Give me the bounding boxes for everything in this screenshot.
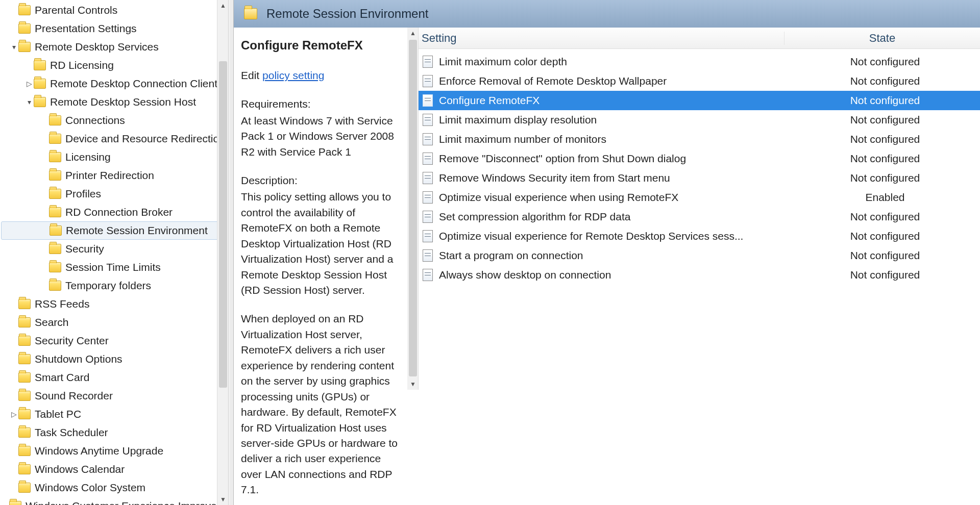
folder-icon — [49, 207, 61, 217]
scroll-down-icon[interactable]: ▼ — [407, 378, 419, 390]
expander-open-icon[interactable]: ▾ — [9, 43, 18, 51]
tree[interactable]: Parental ControlsPresentation Settings▾R… — [0, 0, 228, 505]
expander-open-icon[interactable]: ▾ — [24, 98, 34, 106]
setting-row[interactable]: Set compression algorithm for RDP dataNo… — [419, 207, 980, 226]
setting-name: Limit maximum number of monitors — [439, 133, 790, 145]
folder-icon — [18, 5, 31, 15]
tree-item[interactable]: ▷Tablet PC — [1, 405, 228, 423]
description-panel: Configure RemoteFX Edit policy setting R… — [234, 28, 407, 505]
tree-item[interactable]: Session Time Limits — [1, 258, 228, 276]
tree-item[interactable]: Windows Anytime Upgrade — [1, 442, 228, 460]
tree-item[interactable]: Smart Card — [1, 368, 228, 387]
policy-icon — [423, 211, 433, 223]
edit-policy-link[interactable]: policy setting — [262, 69, 324, 81]
setting-row[interactable]: Optimize visual experience for Remote De… — [419, 226, 980, 246]
folder-icon — [18, 299, 31, 309]
tree-item-label: RSS Feeds — [35, 298, 92, 310]
tree-item[interactable]: Security — [1, 240, 228, 258]
tree-scrollbar[interactable]: ▲ ▼ — [217, 0, 228, 505]
tree-item[interactable]: Profiles — [1, 185, 228, 203]
setting-row[interactable]: Enforce Removal of Remote Desktop Wallpa… — [419, 71, 980, 91]
tree-item-label: Remote Desktop Services — [35, 41, 162, 53]
list-headers[interactable]: Setting State — [407, 28, 980, 49]
folder-icon — [18, 42, 31, 52]
folder-icon — [49, 244, 61, 254]
edit-prefix: Edit — [241, 69, 262, 81]
setting-row[interactable]: Configure RemoteFXNot configured — [419, 91, 980, 110]
tree-item[interactable]: Device and Resource Redirection — [1, 130, 228, 148]
column-setting[interactable]: Setting — [422, 32, 784, 45]
tree-item-label: Security Center — [35, 335, 112, 347]
tree-item[interactable]: RSS Feeds — [1, 295, 228, 313]
setting-row[interactable]: Always show desktop on connectionNot con… — [419, 265, 980, 285]
tree-item[interactable]: Windows Calendar — [1, 460, 228, 478]
tree-item[interactable]: ▾Remote Desktop Services — [1, 38, 228, 56]
setting-state: Not configured — [790, 133, 980, 145]
setting-state: Not configured — [790, 249, 980, 262]
description-label: Description: — [241, 173, 400, 188]
settings-panel: Setting State ▲ ▼ Limit maximum color de… — [407, 28, 980, 505]
folder-icon — [18, 427, 31, 438]
expander-closed-icon[interactable]: ▷ — [24, 80, 34, 88]
tree-item[interactable]: Task Scheduler — [1, 423, 228, 442]
folder-icon — [49, 134, 61, 144]
folder-icon — [34, 97, 46, 107]
tree-item[interactable]: Sound Recorder — [1, 387, 228, 405]
scroll-down-icon[interactable]: ▼ — [217, 494, 229, 505]
tree-item[interactable]: RD Connection Broker — [1, 203, 228, 221]
tree-item[interactable]: Shutdown Options — [1, 350, 228, 368]
setting-row[interactable]: Remove Windows Security item from Start … — [419, 168, 980, 188]
setting-row[interactable]: Limit maximum color depthNot configured — [419, 52, 980, 71]
policy-icon — [423, 230, 433, 242]
setting-row[interactable]: Optimize visual experience when using Re… — [419, 188, 980, 207]
app-root: Parental ControlsPresentation Settings▾R… — [0, 0, 980, 505]
scroll-up-icon[interactable]: ▲ — [217, 0, 229, 11]
setting-row[interactable]: Start a program on connectionNot configu… — [419, 246, 980, 265]
tree-item-label: Device and Resource Redirection — [65, 133, 228, 145]
tree-item[interactable]: Remote Session Environment — [1, 221, 228, 240]
tree-item-label: Remote Desktop Session Host — [50, 96, 199, 108]
column-state[interactable]: State — [784, 32, 980, 45]
setting-name: Start a program on connection — [439, 249, 790, 262]
folder-icon — [18, 317, 31, 327]
setting-name: Always show desktop on connection — [439, 269, 790, 281]
tree-item[interactable]: Security Center — [1, 332, 228, 350]
tree-item[interactable]: Parental Controls — [1, 1, 228, 19]
expander-closed-icon[interactable]: ▷ — [9, 410, 18, 418]
setting-row[interactable]: Limit maximum number of monitorsNot conf… — [419, 130, 980, 149]
folder-icon — [34, 60, 46, 70]
header-title: Remote Session Environment — [266, 7, 428, 21]
tree-item-label: Licensing — [65, 151, 114, 163]
tree-item[interactable]: Connections — [1, 111, 228, 130]
folder-icon — [18, 372, 31, 383]
setting-row[interactable]: Remove "Disconnect" option from Shut Dow… — [419, 149, 980, 168]
scroll-up-icon[interactable]: ▲ — [407, 28, 419, 39]
setting-row[interactable]: Limit maximum display resolutionNot conf… — [419, 110, 980, 130]
folder-icon — [18, 409, 31, 419]
tree-item[interactable]: Licensing — [1, 148, 228, 166]
tree-item[interactable]: Windows Color System — [1, 478, 228, 497]
right-pane: Remote Session Environment Configure Rem… — [234, 0, 980, 505]
tree-item[interactable]: Windows Customer Experience Improvem — [1, 497, 228, 505]
setting-state: Enabled — [790, 191, 980, 204]
tree-item[interactable]: ▾Remote Desktop Session Host — [1, 93, 228, 111]
tree-item[interactable]: Printer Redirection — [1, 166, 228, 185]
list-scrollbar[interactable]: ▲ ▼ — [407, 28, 419, 390]
setting-name: Optimize visual experience for Remote De… — [439, 230, 790, 242]
scroll-thumb[interactable] — [219, 61, 227, 388]
policy-icon — [423, 269, 433, 281]
settings-list[interactable]: Limit maximum color depthNot configuredE… — [419, 49, 980, 285]
folder-icon — [18, 354, 31, 364]
tree-item[interactable]: Search — [1, 313, 228, 332]
tree-item[interactable]: ▷Remote Desktop Connection Client — [1, 74, 228, 93]
setting-name: Optimize visual experience when using Re… — [439, 191, 790, 204]
tree-item-label: Printer Redirection — [65, 169, 157, 182]
setting-state: Not configured — [790, 172, 980, 184]
splitter[interactable] — [229, 0, 234, 505]
tree-item-label: Temporary folders — [65, 280, 154, 292]
tree-item-label: Presentation Settings — [35, 22, 140, 35]
tree-item[interactable]: Presentation Settings — [1, 19, 228, 38]
tree-item[interactable]: RD Licensing — [1, 56, 228, 74]
scroll-thumb[interactable] — [409, 40, 417, 376]
tree-item[interactable]: Temporary folders — [1, 276, 228, 295]
